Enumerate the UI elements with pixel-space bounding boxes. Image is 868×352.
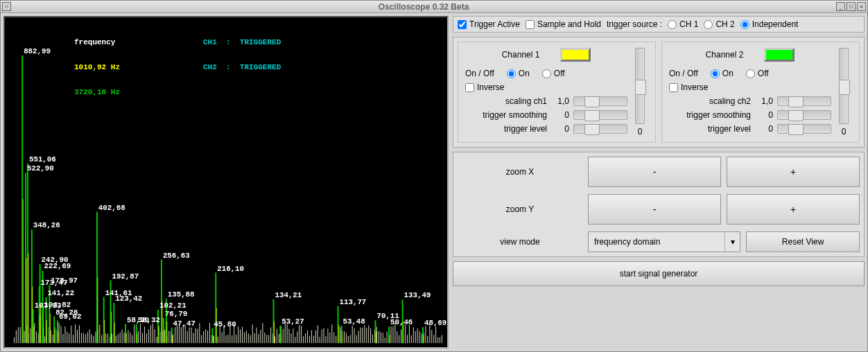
channel-1-on-radio[interactable]: On [507,69,530,78]
ch2-offset-slider[interactable] [839,48,849,124]
channel-2-onoff-label: On / Off [669,69,698,78]
spectrum-plot[interactable]: frequency 1010,92 Hz 3720,18 Hz CH1 : TR… [3,16,449,349]
trigger-source-independent[interactable]: Independent [740,19,799,29]
trigger-panel: Trigger Active Sample and Hold trigger s… [453,16,865,33]
channel-1-box: Channel 1 On / Off On Off Inverse scalin… [458,42,656,143]
ch1-offset-value: 0 [638,127,643,137]
channel-1-inverse-checkbox[interactable]: Inverse [465,82,627,92]
zoom-y-plus-button[interactable]: + [727,194,860,225]
content-area: frequency 1010,92 Hz 3720,18 Hz CH1 : TR… [1,13,867,351]
svg-text:402,68: 402,68 [98,204,125,212]
chevron-down-icon: ▾ [724,232,740,252]
view-mode-label: view mode [458,237,582,247]
svg-text:133,49: 133,49 [404,291,431,299]
svg-text:76,79: 76,79 [165,310,187,318]
channel-1-title: Channel 1 [502,50,540,60]
trigger-source-ch1[interactable]: CH 1 [668,19,698,29]
svg-text:69,02: 69,02 [59,313,81,321]
window-title: Oscilloscope 0.32 Beta [12,2,835,12]
svg-text:50,46: 50,46 [390,318,413,326]
channel-2-title: Channel 2 [706,50,744,60]
channels-panel: Channel 1 On / Off On Off Inverse scalin… [453,37,865,148]
ch1-level-value: 0 [551,124,569,134]
channel-1-onoff-label: On / Off [465,69,494,78]
svg-text:58,32: 58,32 [138,316,160,324]
ch1-level-label: trigger level [465,124,547,134]
svg-text:53,48: 53,48 [342,317,365,326]
zoom-y-minus-button[interactable]: - [588,194,721,225]
ch1-smooth-slider[interactable] [573,110,627,120]
window-system-icon[interactable]: ○ [2,2,11,11]
trigger-source-ch2[interactable]: CH 2 [704,19,734,29]
trigger-active-checkbox[interactable]: Trigger Active [458,19,520,29]
start-signal-generator-button[interactable]: start signal generator [453,261,865,286]
channel-2-off-radio[interactable]: Off [746,69,769,78]
svg-text:222,69: 222,69 [44,262,71,270]
ch2-level-slider[interactable] [777,124,831,134]
maximize-icon[interactable]: □ [847,2,856,11]
svg-text:522,90: 522,90 [27,164,54,173]
titlebar: ○ Oscilloscope 0.32 Beta _ □ × [1,1,867,13]
svg-text:216,10: 216,10 [217,265,244,273]
ch1-scaling-value: 1,0 [551,96,569,106]
ch2-level-label: trigger level [669,124,751,134]
ch1-smooth-label: trigger smoothing [465,110,547,120]
svg-text:173,47: 173,47 [41,279,68,287]
channel-2-on-radio[interactable]: On [711,69,734,78]
ch2-smooth-label: trigger smoothing [669,110,751,120]
svg-text:48,69: 48,69 [424,319,446,327]
channel-2-color-swatch[interactable] [764,48,795,62]
zoom-panel: zoom X - + zoom Y - + view mode frequenc… [453,152,865,257]
ch2-scaling-value: 1,0 [755,96,773,106]
svg-text:348,26: 348,26 [33,221,60,229]
channel-2-inverse-checkbox[interactable]: Inverse [669,82,831,92]
ch1-scaling-slider[interactable] [573,96,627,106]
reset-view-button[interactable]: Reset View [746,231,860,252]
svg-text:192,87: 192,87 [112,272,139,281]
ch2-scaling-slider[interactable] [777,96,831,106]
ch2-offset-value: 0 [842,127,847,137]
svg-text:102,21: 102,21 [159,301,186,310]
ch2-scaling-label: scaling ch2 [669,96,751,106]
svg-text:141,22: 141,22 [47,289,74,297]
ch1-smooth-value: 0 [551,110,569,120]
ch1-offset-slider[interactable] [635,48,645,124]
minimize-icon[interactable]: _ [836,2,845,11]
svg-text:123,42: 123,42 [115,294,142,303]
channel-1-color-swatch[interactable] [560,48,591,62]
plot-canvas: 882,99551,06522,90402,68348,26256,63242,… [5,17,447,347]
svg-text:113,77: 113,77 [340,298,367,306]
svg-text:53,27: 53,27 [281,317,304,326]
ch2-smooth-value: 0 [755,110,773,120]
svg-text:551,06: 551,06 [29,155,56,164]
svg-text:45,80: 45,80 [214,320,236,328]
zoom-x-minus-button[interactable]: - [588,157,721,187]
channel-2-box: Channel 2 On / Off On Off Inverse scalin… [661,42,860,143]
svg-text:47,47: 47,47 [173,319,196,328]
svg-text:882,99: 882,99 [24,47,51,55]
zoom-y-label: zoom Y [458,204,582,214]
close-icon[interactable]: × [857,2,866,11]
svg-text:135,88: 135,88 [168,290,195,299]
ch1-level-slider[interactable] [573,124,627,134]
zoom-x-plus-button[interactable]: + [727,157,860,187]
zoom-x-label: zoom X [458,167,582,177]
app-window: ○ Oscilloscope 0.32 Beta _ □ × frequency… [0,0,868,352]
ch2-smooth-slider[interactable] [777,110,831,120]
view-mode-dropdown[interactable]: frequency domain ▾ [588,231,740,252]
ch1-scaling-label: scaling ch1 [465,96,547,106]
sample-hold-checkbox[interactable]: Sample and Hold [526,19,601,29]
ch2-level-value: 0 [755,124,773,134]
svg-text:256,63: 256,63 [163,252,190,260]
channel-1-off-radio[interactable]: Off [542,69,565,78]
svg-text:134,21: 134,21 [275,291,302,299]
trigger-source-label: trigger source : [607,19,662,29]
controls-pane: Trigger Active Sample and Hold trigger s… [449,16,865,349]
